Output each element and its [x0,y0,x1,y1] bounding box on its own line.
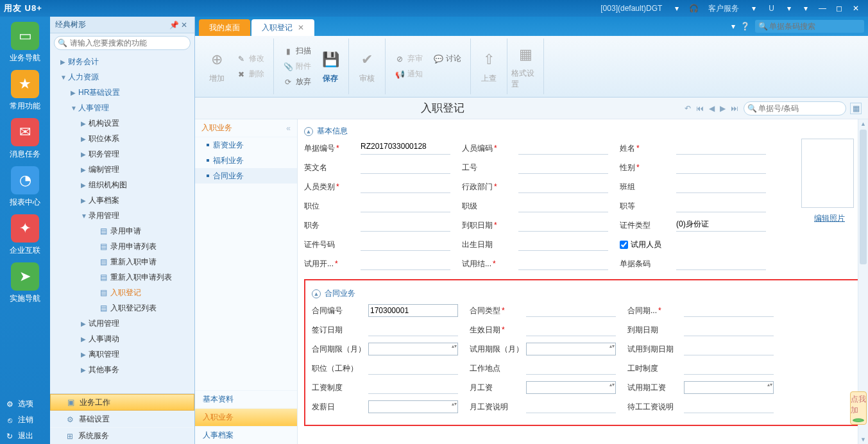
tree-node[interactable]: ▶财务会计 [50,54,194,69]
field-trialexp[interactable] [684,343,774,355]
u-menu[interactable]: U [762,4,781,13]
trial-check-input[interactable] [620,241,628,249]
field-gender[interactable] [676,161,766,174]
field-term[interactable] [368,343,458,355]
tree-node[interactable]: ▼录用管理 [50,208,194,223]
collapse-icon[interactable]: ▲ [304,127,313,136]
field-pos[interactable] [361,200,450,212]
tree-node[interactable]: ▤重新入职申请 [50,254,194,269]
exit-link[interactable]: ↻退出 [0,428,50,444]
tree-node[interactable]: ▤录用申请 [50,223,194,239]
calendar-icon[interactable]: ▦ [850,103,862,114]
field-trialterm[interactable] [526,343,616,355]
add-button[interactable]: ⊕增加 [203,38,231,94]
discuss-button[interactable]: 💬讨论 [430,52,464,66]
field-eff[interactable] [526,323,616,336]
collapse-icon[interactable]: « [286,124,291,133]
field-exp[interactable] [684,323,774,336]
field-month[interactable] [526,381,616,394]
field-workno[interactable] [518,161,608,174]
audit-button[interactable]: ✔审核 [353,38,381,94]
field-wage[interactable] [368,381,458,394]
field-hour[interactable] [684,362,774,375]
footer-base-settings[interactable]: ⚙基础设置 [50,411,194,427]
close-icon[interactable]: ✕ [850,4,862,13]
tree-node[interactable]: ▶组织机构图 [50,177,194,192]
field-monthdesc[interactable] [526,400,616,413]
tree-node[interactable]: ▶试用管理 [50,316,194,331]
nav-reports[interactable]: ◔报表中心 [4,166,46,208]
submit-button[interactable]: ⇧上查 [475,38,503,94]
minimize-icon[interactable]: — [817,4,828,13]
footer-business-work[interactable]: ▣业务工作 [50,394,194,411]
nav-implement[interactable]: ➤实施导航 [4,262,46,304]
tree-node[interactable]: ▤入职登记列表 [50,300,194,316]
field-loc[interactable] [526,362,616,375]
scroll-up-icon[interactable]: ▲ [858,119,868,128]
footer-system-service[interactable]: ⊞系统服务 [50,427,194,444]
trial-checkbox[interactable]: 试用人员 [620,239,766,250]
section-basic-title[interactable]: ▲基本信息 [304,126,862,137]
secnav-salary[interactable]: 薪资业务 [195,137,297,153]
secnav-contract[interactable]: 合同业务 [195,168,297,184]
field-rank[interactable] [518,200,608,212]
format-button[interactable]: ▦格式设置 [511,38,540,94]
field-trialstart[interactable] [361,257,450,270]
help-icon[interactable]: ❔ [740,22,750,31]
tree-node[interactable]: ▶职位体系 [50,131,194,146]
tree-node[interactable]: ▶人事调动 [50,331,194,346]
attach-button[interactable]: 📎附件 [280,60,314,74]
field-birth[interactable] [518,238,608,251]
edit-button[interactable]: ✎修改 [234,52,267,66]
tab-desktop[interactable]: 我的桌面 [199,19,250,36]
scroll-down-icon[interactable]: ▼ [858,435,868,444]
barcode-search-input[interactable] [755,20,864,33]
field-trialwage[interactable] [684,381,774,394]
next-icon[interactable]: ▶ [719,104,727,113]
field-idtype[interactable]: (0)身份证 [676,219,766,232]
field-empcode[interactable] [518,142,608,155]
field-sign[interactable] [368,323,458,336]
color-dropdown-icon[interactable]: ▾ [800,4,812,13]
field-cno[interactable] [368,304,458,317]
undo-icon[interactable]: ↶ [683,104,692,113]
tab-onboard[interactable]: 入职登记✕ [251,19,314,36]
float-tab[interactable]: 点我加 [850,391,867,425]
first-icon[interactable]: ⏮ [695,104,705,113]
field-name[interactable] [676,142,766,155]
field-barcode[interactable] [676,257,766,270]
secnav-basic[interactable]: 基本资料 [195,390,297,408]
field-payday[interactable] [368,400,458,413]
prev-icon[interactable]: ◀ [708,104,716,113]
nav-favorites[interactable]: ★常用功能 [4,70,46,112]
dropdown-icon[interactable]: ▾ [748,4,760,13]
doc-search-input[interactable] [744,101,846,115]
field-cat[interactable] [361,180,450,193]
dropdown-icon[interactable]: ▾ [671,4,683,13]
close-icon[interactable]: ✕ [179,21,189,30]
tab-close-icon[interactable]: ✕ [298,23,304,32]
scroll-thumb[interactable] [860,130,867,264]
secnav-welfare[interactable]: 福利业务 [195,153,297,168]
service-link[interactable]: 客户服务 [702,3,745,14]
nav-enterprise[interactable]: ✦企业互联 [4,214,46,256]
pin-icon[interactable]: 📌 [169,21,179,30]
field-dept[interactable] [518,180,608,193]
tree-node[interactable]: ▼人力资源 [50,69,194,85]
tree-node[interactable]: ▶机构设置 [50,115,194,131]
tree-node[interactable]: ▤入职登记 [50,285,194,300]
nav-business[interactable]: ▭业务导航 [4,22,46,64]
field-job[interactable] [368,362,458,375]
field-trialend[interactable] [518,257,608,270]
edit-photo-link[interactable]: 编辑照片 [814,213,845,224]
delete-button[interactable]: ✖删除 [234,67,267,81]
logout-link[interactable]: ⎋注销 [0,412,50,428]
tree-node[interactable]: ▶职务管理 [50,146,194,162]
photo-placeholder[interactable] [801,139,854,208]
tree-node[interactable]: ▶HR基础设置 [50,85,194,100]
tree-node[interactable]: ▶编制管理 [50,162,194,177]
collapse-icon[interactable]: ▲ [312,289,321,298]
field-waitdesc[interactable] [684,400,774,413]
nav-messages[interactable]: ✉消息任务 [4,118,46,160]
field-team[interactable] [676,180,766,193]
